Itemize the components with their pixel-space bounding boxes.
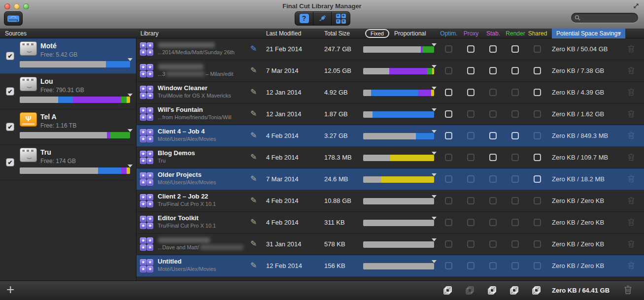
checkbox-stab[interactable] [489,219,497,226]
checkbox-shared[interactable] [534,175,541,183]
checkbox-proxy[interactable] [467,67,475,74]
slider-handle-icon[interactable] [432,260,437,263]
trash-icon[interactable] [628,67,635,74]
checkbox-shared[interactable] [534,154,541,161]
checkbox-optim[interactable] [445,110,452,118]
capacity-slider[interactable] [20,97,130,103]
slider-handle-icon[interactable] [432,217,437,220]
space-slider[interactable] [363,176,434,183]
checkbox-render[interactable] [511,240,519,248]
checkbox-shared[interactable] [534,197,541,204]
checkbox-optim[interactable] [445,262,452,269]
source-row[interactable]: ✔ Ψ Tel A Free: 1.16 TB [0,109,136,145]
checkbox-proxy[interactable] [467,45,475,53]
rename-icon[interactable]: ✎ [250,109,257,118]
library-row[interactable]: ★★★★ ...3 – Milan/edit ✎ 7 Mar 2014 12.0… [136,60,644,82]
slider-handle-icon[interactable] [432,43,437,46]
library-row[interactable]: ★★★★ ...Dave and Matt/ ✎ 31 Jan 2014 578… [136,233,644,255]
batch-toggle-optim[interactable] [445,286,454,295]
source-row[interactable]: ✔ Tru Free: 174 GB [0,145,136,180]
capacity-slider[interactable] [20,132,130,138]
checkbox-stab[interactable] [489,175,497,183]
col-shared[interactable]: Shared [528,29,547,38]
batch-toggle-proxy[interactable] [468,286,476,295]
space-slider[interactable] [363,90,434,96]
checkbox-stab[interactable] [489,154,497,161]
checkbox-render[interactable] [511,67,519,74]
source-checkbox[interactable]: ✔ [6,158,14,167]
checkbox-shared[interactable] [534,89,541,96]
search-input[interactable] [582,14,635,22]
trash-icon[interactable] [624,285,632,295]
checkbox-stab[interactable] [489,240,497,248]
rename-icon[interactable]: ✎ [250,152,257,162]
checkbox-render[interactable] [511,154,519,161]
search-field[interactable] [571,13,638,23]
space-slider[interactable] [363,241,434,248]
rename-icon[interactable]: ✎ [250,174,257,183]
checkbox-render[interactable] [511,110,519,118]
checkbox-proxy[interactable] [467,132,475,139]
sources-panel-button[interactable] [4,11,23,26]
capacity-slider[interactable] [20,61,130,67]
space-slider[interactable] [363,198,434,204]
checkbox-render[interactable] [511,197,519,204]
col-sources[interactable]: Sources [5,29,27,38]
libraries-button[interactable] [332,12,350,25]
rename-icon[interactable]: ✎ [250,66,257,75]
rename-icon[interactable]: ✎ [250,196,257,205]
slider-handle-icon[interactable] [432,195,437,198]
checkbox-shared[interactable] [534,110,541,118]
library-row[interactable]: ★★★★ Older Projects Moté/Users/Alex/Movi… [136,168,644,190]
library-row[interactable]: ★★★★ Client 4 – Job 4 Moté/Users/Alex/Mo… [136,125,644,147]
checkbox-shared[interactable] [534,45,541,53]
checkbox-shared[interactable] [534,240,541,248]
checkbox-stab[interactable] [489,132,497,139]
checkbox-stab[interactable] [489,45,497,53]
space-slider[interactable] [363,68,434,74]
trash-icon[interactable] [628,197,635,204]
checkbox-optim[interactable] [445,67,452,74]
checkbox-proxy[interactable] [467,219,475,226]
space-slider[interactable] [363,133,434,139]
rename-icon[interactable]: ✎ [250,217,257,227]
batch-toggle-shared[interactable] [534,286,543,295]
help-button[interactable]: ? [295,12,313,25]
checkbox-shared[interactable] [534,132,541,139]
checkbox-shared[interactable] [534,262,541,269]
library-row[interactable]: ★★★★ Blog Demos Tru ✎ 4 Feb 2014 178.3 M… [136,147,644,168]
trash-icon[interactable] [628,262,635,269]
col-last-modified[interactable]: Last Modified [266,29,301,38]
library-row[interactable]: ★★★★ Client 2 – Job 22 Tru/Final Cut Pro… [136,190,644,212]
checkbox-optim[interactable] [445,175,452,183]
slider-handle-icon[interactable] [128,94,133,97]
checkbox-optim[interactable] [445,132,452,139]
checkbox-optim[interactable] [445,240,452,248]
checkbox-render[interactable] [511,175,519,183]
batch-toggle-render[interactable] [512,286,521,295]
checkbox-optim[interactable] [445,89,452,96]
checkbox-optim[interactable] [445,45,452,53]
rename-icon[interactable]: ✎ [250,44,257,53]
checkbox-render[interactable] [511,262,519,269]
slider-handle-icon[interactable] [432,238,437,241]
toggle-proportional[interactable]: Proportional [394,29,426,38]
space-slider[interactable] [363,46,434,53]
checkbox-proxy[interactable] [467,240,475,248]
checkbox-stab[interactable] [489,197,497,204]
source-row[interactable]: ✔ Moté Free: 5.42 GB [0,38,136,74]
space-slider[interactable] [363,111,434,118]
rename-icon[interactable]: ✎ [250,131,257,140]
col-potential-space-savings[interactable]: Potential Space Savings ▼ [552,29,625,38]
checkbox-stab[interactable] [489,67,497,74]
checkbox-proxy[interactable] [467,175,475,183]
slider-handle-icon[interactable] [432,65,437,68]
checkbox-shared[interactable] [534,219,541,226]
source-checkbox[interactable]: ✔ [6,123,14,131]
fullscreen-icon[interactable] [632,2,640,10]
space-slider[interactable] [363,220,434,226]
col-stab[interactable]: Stab. [486,29,500,38]
library-row[interactable]: ★★★★ Untitled Moté/Users/Alex/Movies ✎ 1… [136,255,644,277]
space-slider[interactable] [363,155,434,161]
checkbox-stab[interactable] [489,89,497,96]
